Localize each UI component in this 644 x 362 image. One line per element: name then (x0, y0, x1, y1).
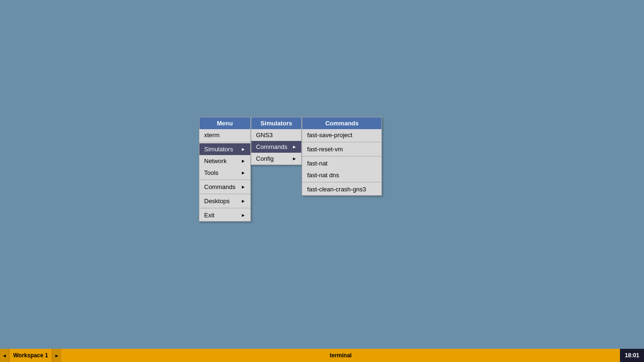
separator (302, 142, 381, 142)
arrow-icon: ► (241, 213, 246, 218)
menu-item-fast-save-project[interactable]: fast-save-project (302, 129, 381, 141)
separator (199, 180, 250, 180)
menu-item-fast-nat[interactable]: fast-nat (302, 157, 381, 169)
arrow-icon: ► (241, 170, 246, 175)
workspace-prev-button[interactable]: ◄ (0, 349, 9, 362)
commands-menu: Commands fast-save-project fast-reset-vm… (302, 117, 382, 196)
separator (302, 156, 381, 156)
arrow-icon: ► (241, 184, 246, 189)
arrow-icon: ► (292, 144, 297, 149)
simulators-menu: Simulators GNS3 Commands ► Config ► (251, 117, 302, 165)
separator (199, 208, 250, 208)
main-menu: Menu xterm Simulators ► Network ► Tools … (199, 117, 251, 222)
simulators-menu-header: Simulators (251, 117, 301, 129)
menu-item-xterm[interactable]: xterm (199, 129, 250, 141)
menu-container: Menu xterm Simulators ► Network ► Tools … (199, 117, 382, 222)
menu-item-exit[interactable]: Exit ► (199, 209, 250, 221)
menu-item-network[interactable]: Network ► (199, 155, 250, 167)
taskbar-clock: 18:01 (620, 349, 644, 362)
menu-item-commands[interactable]: Commands ► (199, 181, 250, 193)
separator (199, 142, 250, 142)
menu-item-config[interactable]: Config ► (251, 153, 301, 165)
separator (302, 182, 381, 182)
commands-menu-header: Commands (302, 117, 381, 129)
taskbar-terminal[interactable]: terminal (61, 352, 620, 359)
taskbar: ◄ Workspace 1 ► terminal 18:01 (0, 349, 644, 362)
menu-item-fast-clean-crash-gns3[interactable]: fast-clean-crash-gns3 (302, 183, 381, 195)
menu-item-desktops[interactable]: Desktops ► (199, 195, 250, 207)
workspace-next-button[interactable]: ► (52, 349, 61, 362)
main-menu-header: Menu (199, 117, 250, 129)
workspace-label: Workspace 1 (9, 352, 52, 359)
arrow-icon: ► (241, 147, 246, 152)
taskbar-left: ◄ Workspace 1 ► (0, 349, 61, 362)
menu-item-commands-sub[interactable]: Commands ► (251, 141, 301, 153)
menu-item-simulators[interactable]: Simulators ► (199, 143, 250, 155)
menu-item-fast-nat-dns[interactable]: fast-nat dns (302, 169, 381, 181)
arrow-icon: ► (292, 156, 297, 161)
arrow-icon: ► (241, 198, 246, 204)
menu-item-gns3[interactable]: GNS3 (251, 129, 301, 141)
menu-item-fast-reset-vm[interactable]: fast-reset-vm (302, 143, 381, 155)
separator (199, 194, 250, 194)
menu-item-tools[interactable]: Tools ► (199, 167, 250, 179)
arrow-icon: ► (241, 158, 246, 164)
